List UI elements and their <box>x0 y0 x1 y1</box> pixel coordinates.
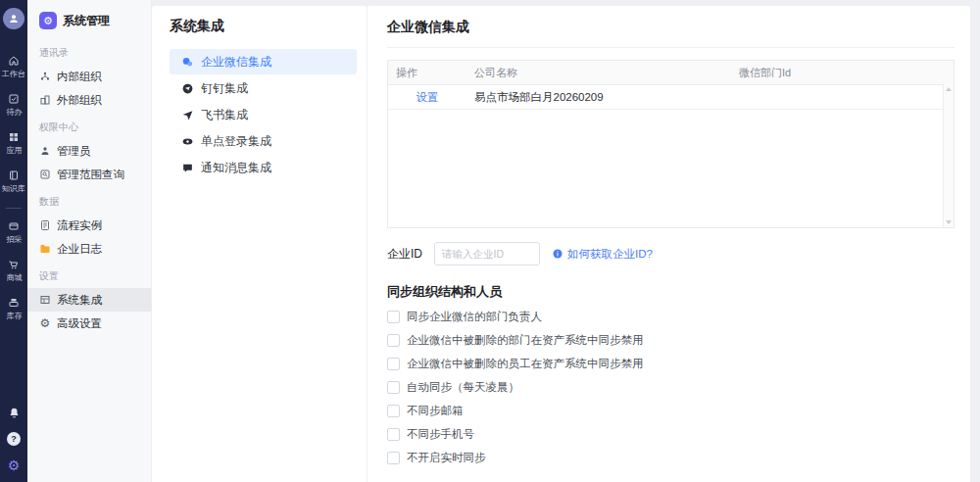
menu-item-wechat-work[interactable]: 企业微信集成 <box>170 49 357 74</box>
checkbox-label: 同步企业微信的部门负责人 <box>407 310 542 324</box>
rail-item-knowledge[interactable]: 知识库 <box>1 169 26 195</box>
menu-item-label: 飞书集成 <box>201 107 248 123</box>
table-grid-icon <box>39 294 51 306</box>
sidebar-item-admin[interactable]: 管理员 <box>27 139 151 163</box>
gear-glyph: ⚙ <box>8 458 21 473</box>
rail-label: 招采 <box>6 234 22 245</box>
row-action-cell: 设置 <box>388 90 466 105</box>
integration-menu-panel: 系统集成 企业微信集成 钉钉集成 飞书集成 单点登录集成 通知消息集成 <box>152 6 368 482</box>
sidebar-item-label: 高级设置 <box>57 316 102 331</box>
chat-bubble-icon <box>181 162 194 174</box>
help-glyph: ? <box>11 434 17 444</box>
rail-label: 商城 <box>6 272 22 283</box>
rail-divider <box>6 208 22 209</box>
rail-label: 待办 <box>6 107 22 118</box>
search-square-icon <box>39 169 51 180</box>
checkbox-label: 自动同步（每天凌晨） <box>407 380 519 395</box>
header-company-name: 公司名称 <box>466 66 731 80</box>
corp-id-row: 企业ID 如何获取企业ID? <box>387 242 955 265</box>
checkbox-no-sync-email[interactable]: 不同步邮箱 <box>387 404 955 418</box>
sidebar-item-label: 内部组织 <box>57 70 102 84</box>
page-title: 企业微信集成 <box>387 6 955 48</box>
right-gutter <box>970 0 980 482</box>
gear-icon: ⚙ <box>39 317 51 329</box>
checkbox-icon[interactable] <box>387 334 400 347</box>
checkbox-deleted-dept-disable[interactable]: 企业微信中被删除的部门在资产系统中同步禁用 <box>387 333 955 348</box>
checkbox-no-sync-phone[interactable]: 不同步手机号 <box>387 427 955 442</box>
main-content: 企业微信集成 操作 公司名称 微信部门Id 设置 易点市场部白月20260209… <box>368 6 970 482</box>
panel-title: 系统集成 <box>170 18 357 35</box>
checkbox-sync-dept-leader[interactable]: 同步企业微信的部门负责人 <box>387 310 955 324</box>
table-row: 设置 易点市场部白月20260209 <box>388 85 954 110</box>
help-icon[interactable]: ? <box>7 432 21 446</box>
bell-icon[interactable] <box>8 407 21 419</box>
checkbox-icon[interactable] <box>387 381 400 394</box>
rail-item-mall[interactable]: 商城 <box>6 259 23 284</box>
header-wechat-dept-id: 微信部门Id <box>731 66 954 80</box>
checkbox-icon[interactable] <box>387 405 400 417</box>
menu-item-notifications[interactable]: 通知消息集成 <box>170 155 357 180</box>
corp-id-input[interactable] <box>434 242 540 265</box>
sidebar-item-process-instances[interactable]: 流程实例 <box>27 214 151 237</box>
sidebar-item-scope-query[interactable]: 管理范围查询 <box>27 163 151 186</box>
person-icon <box>7 12 21 25</box>
rail-label: 应用 <box>6 145 22 156</box>
rail-item-apps[interactable]: 应用 <box>6 131 23 157</box>
section-label-settings: 设置 <box>27 261 151 288</box>
section-label-contacts: 通讯录 <box>27 37 151 65</box>
folder-icon <box>39 243 51 255</box>
dingtalk-icon <box>181 82 194 95</box>
checkbox-icon[interactable] <box>387 452 400 464</box>
checkbox-icon[interactable] <box>387 428 400 441</box>
sidebar-item-label: 系统集成 <box>57 293 102 308</box>
menu-item-sso[interactable]: 单点登录集成 <box>170 128 357 154</box>
checkbox-no-realtime-sync[interactable]: 不开启实时同步 <box>387 451 955 465</box>
sidebar-item-label: 企业日志 <box>57 242 102 257</box>
home-icon <box>8 55 20 67</box>
checkbox-label: 企业微信中被删除的员工在资产系统中同步禁用 <box>407 357 644 371</box>
sidebar-header: ⚙ 系统管理 <box>27 10 151 31</box>
menu-item-feishu[interactable]: 飞书集成 <box>170 102 357 127</box>
printer-icon <box>8 297 20 309</box>
check-square-icon <box>8 93 20 105</box>
rail-item-inventory[interactable]: 库存 <box>6 297 23 322</box>
rail-item-workbench[interactable]: 工作台 <box>1 55 26 80</box>
sidebar-item-advanced-settings[interactable]: ⚙ 高级设置 <box>27 312 151 335</box>
checkbox-icon[interactable] <box>387 358 400 370</box>
section-label-data: 数据 <box>27 186 151 214</box>
section-label-permissions: 权限中心 <box>27 112 151 139</box>
checkbox-label: 不同步手机号 <box>407 427 474 442</box>
cart-icon <box>8 259 20 270</box>
settings-gear-icon[interactable]: ⚙ <box>8 458 21 472</box>
sync-section-title: 同步组织结构和人员 <box>387 283 955 301</box>
scroll-up-icon[interactable] <box>946 87 952 91</box>
scroll-down-icon[interactable] <box>946 220 952 224</box>
rail-label: 工作台 <box>2 69 25 79</box>
sidebar-item-external-org[interactable]: 外部组织 <box>27 88 151 112</box>
checkbox-icon[interactable] <box>387 311 400 323</box>
avatar[interactable] <box>3 8 24 29</box>
admin-person-icon <box>39 145 51 157</box>
sidebar-item-system-integration[interactable]: 系统集成 <box>27 288 151 312</box>
checkbox-auto-sync[interactable]: 自动同步（每天凌晨） <box>387 380 955 395</box>
how-to-get-corp-id-link[interactable]: 如何获取企业ID? <box>552 247 653 262</box>
grid-icon <box>8 131 20 143</box>
rail-label: 库存 <box>6 311 22 321</box>
menu-item-label: 通知消息集成 <box>201 160 271 176</box>
menu-item-label: 钉钉集成 <box>201 80 248 97</box>
table-scrollbar[interactable] <box>943 84 954 227</box>
left-rail: 工作台 待办 应用 知识库 招采 商城 库存 ? ⚙ <box>0 0 27 482</box>
sidebar-item-internal-org[interactable]: 内部组织 <box>27 65 151 88</box>
menu-item-label: 企业微信集成 <box>201 54 271 71</box>
sidebar-item-enterprise-logs[interactable]: 企业日志 <box>27 237 151 261</box>
building-icon <box>39 94 51 106</box>
header-action: 操作 <box>388 66 466 80</box>
settings-link[interactable]: 设置 <box>416 91 439 103</box>
rail-item-todo[interactable]: 待办 <box>6 93 23 119</box>
eye-icon <box>181 135 194 148</box>
integration-table: 操作 公司名称 微信部门Id 设置 易点市场部白月20260209 <box>387 60 955 228</box>
checkbox-deleted-employee-disable[interactable]: 企业微信中被删除的员工在资产系统中同步禁用 <box>387 357 955 371</box>
document-icon <box>39 219 51 231</box>
rail-item-procurement[interactable]: 招采 <box>6 220 23 246</box>
menu-item-dingtalk[interactable]: 钉钉集成 <box>170 75 357 101</box>
